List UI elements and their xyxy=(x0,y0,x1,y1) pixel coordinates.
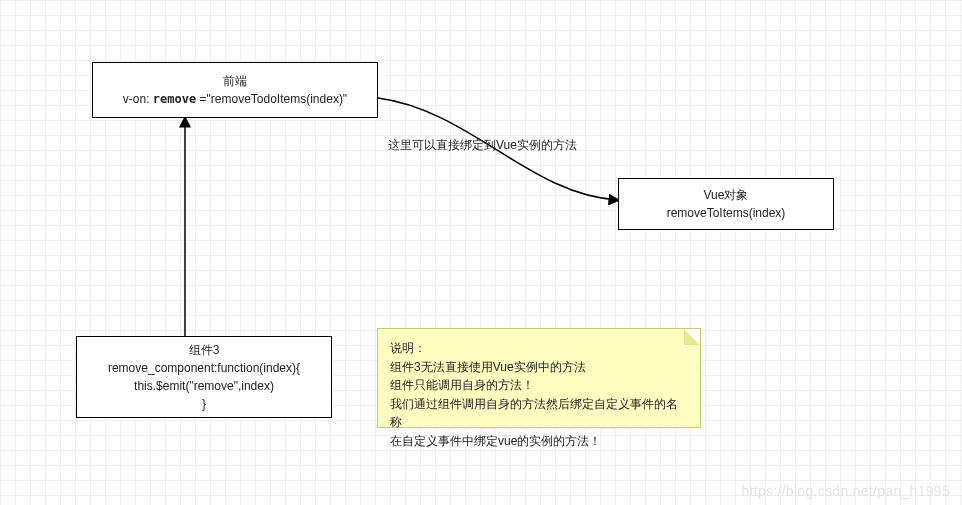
component-line1: remove_component:function(index){ xyxy=(108,359,300,377)
frontend-code: v-on: remove ="removeTodoItems(index)" xyxy=(123,90,347,108)
vue-title: Vue对象 xyxy=(704,186,749,204)
watermark: https://blog.csdn.net/pan_h1995 xyxy=(741,483,950,499)
code-suffix: ="removeTodoItems(index)" xyxy=(196,92,347,106)
arrow-label: 这里可以直接绑定到Vue实例的方法 xyxy=(388,137,577,154)
component-box: 组件3 remove_component:function(index){ th… xyxy=(76,336,332,418)
component-line2: this.$emit("remove",index) xyxy=(134,377,274,395)
note-line1: 说明： xyxy=(390,339,688,358)
code-keyword: remove xyxy=(153,92,196,106)
component-title: 组件3 xyxy=(189,341,220,359)
diagram-canvas: 前端 v-on: remove ="removeTodoItems(index)… xyxy=(0,0,962,505)
frontend-box: 前端 v-on: remove ="removeTodoItems(index)… xyxy=(92,62,378,118)
note-fold-icon xyxy=(684,329,700,345)
explanation-note: 说明： 组件3无法直接使用Vue实例中的方法 组件只能调用自身的方法！ 我们通过… xyxy=(377,328,701,428)
component-line3: } xyxy=(202,395,206,413)
note-line3: 组件只能调用自身的方法！ xyxy=(390,376,688,395)
vue-object-box: Vue对象 removeToItems(index) xyxy=(618,178,834,230)
vue-method: removeToItems(index) xyxy=(667,204,786,222)
note-line2: 组件3无法直接使用Vue实例中的方法 xyxy=(390,358,688,377)
note-line5: 在自定义事件中绑定vue的实例的方法！ xyxy=(390,432,688,451)
note-line4: 我们通过组件调用自身的方法然后绑定自定义事件的名称 xyxy=(390,395,688,432)
frontend-title: 前端 xyxy=(223,72,247,90)
code-prefix: v-on: xyxy=(123,92,153,106)
